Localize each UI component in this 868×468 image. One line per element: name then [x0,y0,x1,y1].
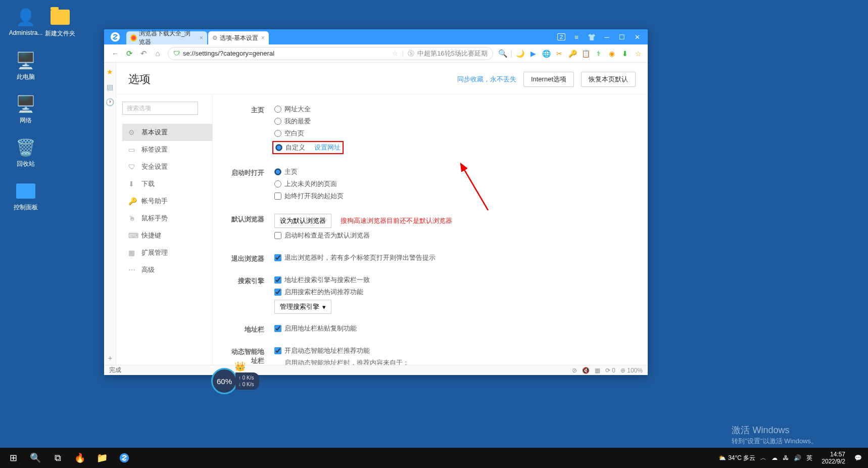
icon-label: Administra... [8,29,43,36]
nav-security[interactable]: 🛡安全设置 [122,158,212,175]
tab-close-icon[interactable]: × [200,34,203,41]
speed-percent: 60% [211,368,237,394]
nav-advanced[interactable]: ⋯高级 [122,261,212,278]
tab-close-icon[interactable]: × [261,34,265,41]
sync-icon[interactable]: ⟳ 0 [605,367,615,374]
check-startup-default[interactable]: 启动时检查是否为默认浏览器 [274,231,633,240]
desktop-icon-network[interactable]: 🖥️ 网络 [8,94,43,125]
speed-widget[interactable]: 👑 60% ↑ 0 K/s ↓ 0 K/s [211,368,259,394]
radio-favorites[interactable]: 我的最爱 [274,117,633,126]
clock[interactable]: 14:57 2022/9/2 [817,451,849,465]
translate-icon[interactable]: 🌐 [541,48,552,59]
system-tray: ⛅ 34°C 多云 ︿ ☁ 🖧 🔊 英 14:57 2022/9/2 💬 [714,451,866,465]
home-button[interactable]: ⌂ [151,46,165,61]
nav-mouse[interactable]: 🖱鼠标手势 [122,210,212,227]
search-button[interactable]: 🔍 [496,46,510,61]
undo-button[interactable]: ↶ [136,46,151,61]
main-panel: 选项 同步收藏，永不丢失 Internet选项 恢复本页默认 搜索选项 ⚙基本设… [116,63,648,365]
check-hotword[interactable]: 启用搜索栏的热词推荐功能 [274,288,633,297]
close-button[interactable]: ✕ [631,31,644,42]
desktop-icon-control-panel[interactable]: 控制面板 [8,181,43,212]
key-icon[interactable]: 🔑 [567,48,578,59]
desktop-icon-pc[interactable]: 🖥️ 此电脑 [8,51,43,81]
check-search-same[interactable]: 地址栏搜索引擎与搜索栏一致 [274,275,633,285]
video-icon[interactable]: ▶ [527,48,539,59]
radio-open-home[interactable]: 主页 [274,167,633,176]
sync-link[interactable]: 同步收藏，永不丢失 [457,75,516,84]
network-tray-icon[interactable]: 🖧 [783,454,789,461]
set-url-link[interactable]: 设置网址 [314,143,341,152]
favorite-icon[interactable]: ☆ [633,48,644,59]
address-bar[interactable]: 🛡 se://settings/?category=general ☆ | Ⓢ … [168,47,493,60]
bookmark-star-icon[interactable]: ☆ [392,50,398,57]
weather-indicator[interactable]: ⛅ 34°C 多云 [718,454,755,462]
pc-icon: 🖥️ [16,51,36,71]
window-count-badge[interactable]: 2 [555,31,568,42]
ime-indicator[interactable]: 英 [806,454,812,462]
menu-icon[interactable]: ≡ [570,31,583,42]
maximize-button[interactable]: ☐ [615,31,629,42]
manage-search-button[interactable]: 管理搜索引擎▾ [274,300,331,314]
radio-custom[interactable]: 自定义 [275,143,305,152]
check-addr-paste[interactable]: 启用地址栏粘贴复制功能 [274,324,633,333]
internet-options-button[interactable]: Internet选项 [523,72,574,87]
browser-logo-icon[interactable] [104,29,126,44]
speed-info: ↑ 0 K/s ↓ 0 K/s [235,372,259,390]
news-ticker[interactable]: 中超第16轮5场比赛延期 [417,49,488,58]
keyboard-icon: ⌨ [128,231,136,240]
desktop-icon-recycle[interactable]: 🗑️ 回收站 [8,137,43,168]
explorer-icon[interactable]: 📁 [91,448,113,468]
zoom-indicator[interactable]: ⊕ 100% [620,367,643,374]
titlebar[interactable]: 浏览器下载大全_浏览器 × ⚙ 选项-基本设置 × 2 ≡ 👕 ─ ☐ ✕ [104,29,648,44]
radio-nav-sites[interactable]: 网址大全 [274,105,633,114]
nav-basic[interactable]: ⚙基本设置 [122,124,212,141]
nav-shortcut[interactable]: ⌨快捷键 [122,227,212,244]
reload-button[interactable]: ⟳ [122,46,136,61]
tab-settings[interactable]: ⚙ 选项-基本设置 × [208,31,269,44]
radio-open-last[interactable]: 上次未关闭的页面 [274,179,633,189]
search-button[interactable]: 🔍 [24,448,46,468]
mute-icon[interactable]: 🔇 [582,367,590,374]
onedrive-icon[interactable]: ☁ [771,454,778,461]
tray-chevron-icon[interactable]: ︿ [760,454,766,462]
skin-icon[interactable]: 👕 [585,31,598,42]
note-icon[interactable]: 📋 [580,48,591,59]
download-icon[interactable]: ⬇ [619,48,631,59]
reader-icon[interactable]: ▤ [107,83,113,91]
sogou-browser-icon[interactable] [113,448,135,468]
restore-defaults-button[interactable]: 恢复本页默认 [581,72,636,87]
desktop-icon-folder[interactable]: 新建文件夹 [42,7,78,38]
nav-extensions[interactable]: ▦扩展管理 [122,244,212,261]
check-smart-addr[interactable]: 开启动态智能地址栏推荐功能 [274,346,633,355]
minimize-button[interactable]: ─ [600,31,613,42]
add-panel-icon[interactable]: ＋ [107,354,114,363]
nav-account[interactable]: 🔑帐号助手 [122,193,212,210]
start-button[interactable]: ⊞ [2,448,24,468]
task-view-button[interactable]: ⧉ [46,448,69,468]
volume-icon[interactable]: 🔊 [794,454,801,461]
star-icon[interactable]: ★ [107,68,113,76]
secure-icon[interactable]: ⊘ [572,367,577,374]
nav-tabs[interactable]: ▭标签设置 [122,141,212,158]
weibo-icon[interactable]: ◉ [606,48,617,59]
scissors-icon[interactable]: ✂ [554,48,565,59]
check-exit-warn[interactable]: 退出浏览器时，若有多个标签页打开则弹出警告提示 [274,253,633,262]
back-button[interactable]: ← [108,46,122,61]
toolbar: ← ⟳ ↶ ⌂ 🛡 se://settings/?category=genera… [104,44,648,63]
tab-browser-downloads[interactable]: 浏览器下载大全_浏览器 × [126,31,207,44]
doctor-icon[interactable]: ⚕ [593,48,604,59]
moon-icon[interactable]: 🌙 [514,48,525,59]
icon-label: 控制面板 [8,203,43,212]
network-icon: 🖥️ [16,94,36,114]
desktop-icon-admin[interactable]: 👤 Administra... [8,7,43,36]
search-input[interactable]: 搜索选项 [122,102,198,115]
set-default-button[interactable]: 设为默认浏览器 [274,214,331,228]
history-icon[interactable]: 🕐 [106,98,114,106]
sogou-s-icon: Ⓢ [408,49,414,58]
check-always-start[interactable]: 始终打开我的起始页 [274,192,633,201]
nav-download[interactable]: ⬇下载 [122,175,212,193]
radio-blank[interactable]: 空白页 [274,129,633,138]
notification-icon[interactable]: 💬 [854,454,862,461]
firefox-icon[interactable]: 🔥 [69,448,91,468]
grid-icon[interactable]: ▦ [595,367,600,374]
